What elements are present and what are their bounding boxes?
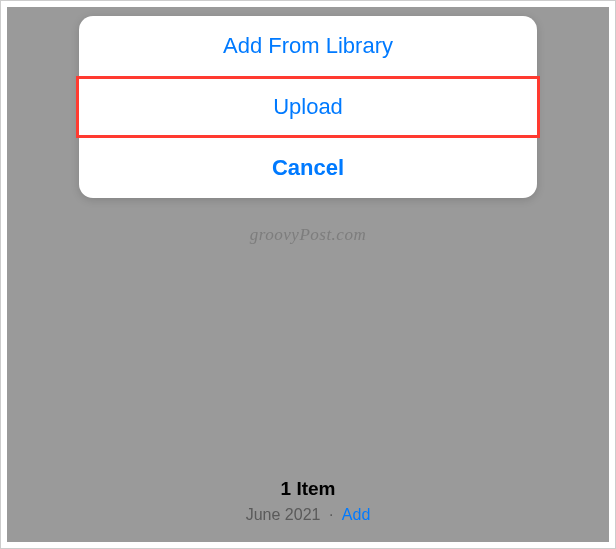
item-count-label: 1 Item <box>7 478 609 500</box>
upload-label: Upload <box>273 94 343 120</box>
add-from-library-option[interactable]: Add From Library <box>79 16 537 76</box>
watermark-text: groovyPost.com <box>7 225 609 245</box>
add-link[interactable]: Add <box>342 506 370 523</box>
footer-info: 1 Item June 2021 · Add <box>7 478 609 524</box>
upload-option[interactable]: Upload <box>79 77 537 137</box>
cancel-label: Cancel <box>272 155 344 181</box>
date-line: June 2021 · Add <box>7 506 609 524</box>
action-sheet: Add From Library Upload Cancel <box>79 16 537 198</box>
separator: · <box>329 506 333 523</box>
add-from-library-label: Add From Library <box>223 33 393 59</box>
screenshot-frame: Add From Library Upload Cancel groovyPos… <box>0 0 616 549</box>
cancel-option[interactable]: Cancel <box>79 138 537 198</box>
background-overlay: Add From Library Upload Cancel groovyPos… <box>7 7 609 542</box>
date-text: June 2021 <box>246 506 321 523</box>
